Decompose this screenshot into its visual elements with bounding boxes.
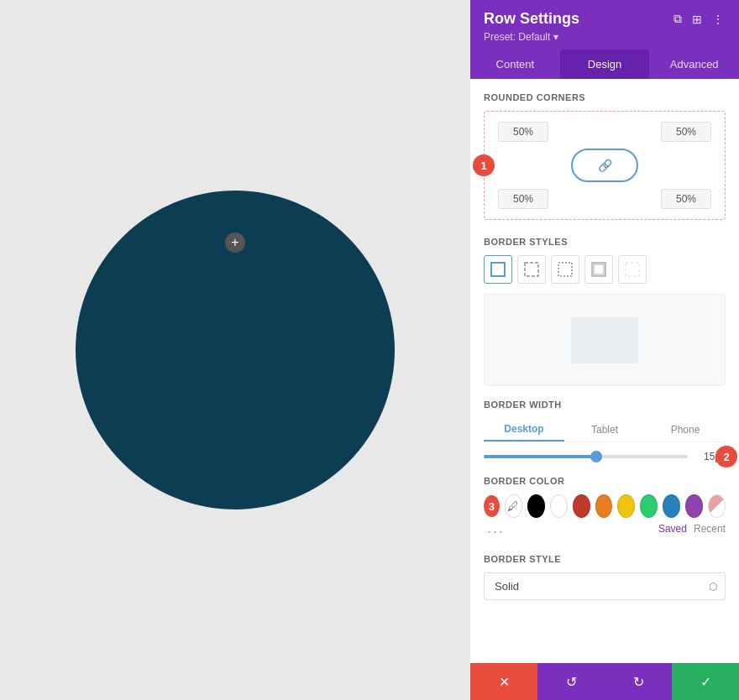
canvas: +: [0, 0, 470, 700]
save-icon: ✓: [700, 674, 711, 690]
border-style-select[interactable]: Solid Dashed Dotted Double Groove Ridge …: [484, 572, 726, 600]
rounded-corners-section: Rounded Corners 1 🔗: [484, 92, 726, 220]
redo-button[interactable]: ↻: [605, 663, 672, 700]
rounded-corners-label: Rounded Corners: [484, 92, 726, 102]
border-styles-label: Border Styles: [484, 237, 726, 247]
border-style-select-section: Border Style Solid Dashed Dotted Double …: [484, 554, 726, 600]
corner-top-row: [498, 122, 711, 142]
border-width-slider-track[interactable]: [484, 455, 688, 458]
settings-panel: Row Settings ⧉ ⊞ ⋮ Preset: Default ▾ Con…: [470, 0, 739, 700]
panel-title: Row Settings: [484, 10, 579, 28]
border-width-slider-row: 15px 2: [484, 451, 726, 462]
border-color-label: Border Color: [484, 476, 726, 486]
corner-bottom-left-input[interactable]: [498, 189, 548, 209]
rounded-corners-container: 1 🔗: [484, 111, 726, 220]
device-tab-desktop[interactable]: Desktop: [484, 418, 564, 441]
border-style-solid-btn[interactable]: [484, 255, 512, 284]
more-colors-dots[interactable]: ···: [484, 523, 505, 541]
svg-rect-2: [558, 263, 572, 276]
device-tab-tablet[interactable]: Tablet: [564, 418, 645, 441]
panel-body: Rounded Corners 1 🔗: [470, 79, 739, 663]
tab-bar: Content Design Advanced: [470, 50, 739, 79]
preset-label[interactable]: Preset: Default ▾: [484, 31, 726, 43]
slider-fill: [484, 455, 596, 458]
swatch-yellow[interactable]: [617, 494, 635, 518]
device-tab-phone[interactable]: Phone: [645, 418, 726, 441]
grid-icon-button[interactable]: ⊞: [690, 11, 704, 28]
border-style-dashed-btn[interactable]: [517, 255, 546, 284]
border-style-select-label: Border Style: [484, 554, 726, 564]
corner-bottom-row: [498, 189, 711, 209]
panel-action-icons: ⧉ ⊞ ⋮: [672, 10, 726, 28]
svg-rect-0: [491, 263, 505, 276]
border-preview-box: [484, 294, 726, 386]
panel-header: Row Settings ⧉ ⊞ ⋮ Preset: Default ▾: [470, 0, 739, 50]
device-tab-bar: Desktop Tablet Phone: [484, 418, 726, 442]
circle-element: +: [76, 191, 395, 509]
border-styles-section: Border Styles: [484, 237, 726, 386]
swatch-red[interactable]: [573, 494, 590, 518]
swatch-custom[interactable]: [708, 494, 726, 518]
corner-top-right-input[interactable]: [661, 122, 711, 142]
none-border-icon: [624, 261, 641, 278]
saved-colors-link[interactable]: Saved: [658, 523, 687, 541]
save-button[interactable]: ✓: [672, 663, 739, 700]
corner-bottom-right-input[interactable]: [661, 189, 711, 209]
color-meta-row: ··· Saved Recent: [484, 523, 726, 541]
step-badge-2: 2: [715, 446, 737, 468]
svg-rect-4: [594, 264, 604, 274]
slider-thumb[interactable]: [590, 451, 602, 462]
border-color-section: Border Color 3 🖊 ··· Saved Recent: [484, 476, 726, 541]
border-style-dotted-btn[interactable]: [551, 255, 579, 284]
swatch-green[interactable]: [640, 494, 658, 518]
link-corners-button[interactable]: 🔗: [571, 149, 638, 182]
dotted-border-icon: [557, 261, 574, 278]
panel-header-top: Row Settings ⧉ ⊞ ⋮: [484, 10, 726, 28]
border-width-section: Border Width Desktop Tablet Phone 15px 2: [484, 400, 726, 462]
swatch-purple[interactable]: [685, 494, 703, 518]
swatch-orange[interactable]: [595, 494, 613, 518]
border-style-options: [484, 255, 726, 284]
tab-advanced[interactable]: Advanced: [649, 50, 739, 79]
solid-border-icon: [490, 261, 506, 278]
more-options-button[interactable]: ⋮: [710, 11, 726, 28]
reset-button[interactable]: ↺: [537, 663, 605, 700]
border-style-none-btn[interactable]: [618, 255, 647, 284]
corner-middle-row: 🔗: [498, 142, 711, 189]
redo-icon: ↻: [633, 674, 644, 690]
border-width-label: Border Width: [484, 400, 726, 410]
step-badge-1: 1: [473, 154, 495, 176]
eyedropper-icon: 🖊: [507, 499, 519, 513]
swatch-blue[interactable]: [663, 494, 680, 518]
dashed-border-icon: [523, 261, 540, 278]
reset-icon: ↺: [566, 674, 577, 690]
corner-top-left-input[interactable]: [498, 122, 548, 142]
border-style-double-btn[interactable]: [584, 255, 613, 284]
cancel-icon: ✕: [499, 674, 510, 690]
svg-rect-1: [525, 263, 538, 276]
double-border-icon: [590, 261, 607, 278]
cancel-button[interactable]: ✕: [470, 663, 537, 700]
tab-design[interactable]: Design: [560, 50, 650, 79]
svg-rect-5: [626, 263, 639, 276]
add-element-button[interactable]: +: [225, 232, 245, 253]
step-badge-3: 3: [484, 495, 500, 517]
tab-content[interactable]: Content: [470, 50, 560, 79]
border-style-select-wrapper: Solid Dashed Dotted Double Groove Ridge …: [484, 572, 726, 600]
color-swatches-row: 3 🖊: [484, 494, 726, 518]
border-preview-inner: [571, 317, 638, 363]
panel-footer: ✕ ↺ ↻ ✓: [470, 663, 739, 700]
swatch-white[interactable]: [550, 494, 568, 518]
swatch-black[interactable]: [527, 494, 545, 518]
copy-icon-button[interactable]: ⧉: [672, 10, 684, 28]
eyedropper-button[interactable]: 🖊: [505, 494, 522, 518]
recent-colors-link[interactable]: Recent: [694, 523, 726, 541]
